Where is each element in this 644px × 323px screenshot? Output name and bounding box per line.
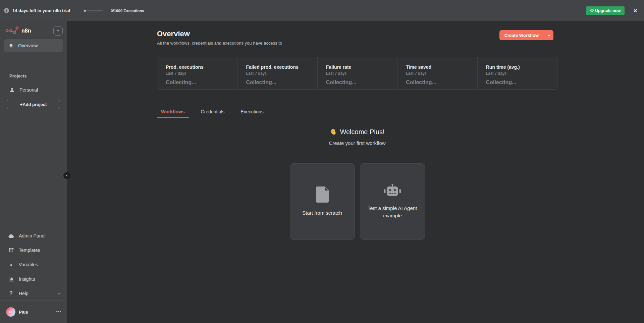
- start-from-scratch-card[interactable]: Start from scratch: [290, 163, 355, 240]
- sidebar-item-admin-panel[interactable]: Admin Panel: [0, 228, 67, 243]
- wave-emoji-icon: [330, 128, 337, 136]
- executions-progress-bar: [84, 10, 103, 12]
- logo-text: n8n: [21, 28, 31, 34]
- chevron-down-icon: [57, 291, 61, 295]
- stat-value: Collecting...: [166, 79, 237, 86]
- main-content: Overview All the workflows, credentials …: [67, 21, 644, 323]
- variable-x-icon: x: [8, 261, 14, 268]
- tab-workflows[interactable]: Workflows: [157, 109, 189, 118]
- person-icon: [9, 87, 15, 93]
- home-icon: [8, 43, 14, 48]
- ai-agent-example-card[interactable]: Test a simple AI Agent example: [360, 163, 425, 240]
- stat-prod-executions: Prod. executions Last 7 days Collecting.…: [157, 57, 237, 89]
- robot-icon: [384, 184, 401, 198]
- user-account-row[interactable]: PI Pius •••: [0, 301, 67, 323]
- bar-chart-icon: [8, 276, 14, 281]
- stat-value: Collecting...: [246, 79, 317, 86]
- info-icon: i: [4, 8, 9, 13]
- document-icon: [316, 186, 329, 203]
- stats-summary-bar: Prod. executions Last 7 days Collecting.…: [157, 57, 557, 90]
- avatar: PI: [6, 307, 15, 317]
- package-icon: [8, 248, 14, 253]
- sidebar-item-help[interactable]: ? Help: [0, 286, 67, 301]
- progress-dot: [84, 10, 86, 12]
- sidebar-item-templates[interactable]: Templates: [0, 243, 67, 257]
- stat-value: Collecting...: [326, 79, 397, 86]
- stat-failure-rate: Failure rate Last 7 days Collecting...: [317, 57, 397, 89]
- page-title: Overview: [157, 30, 282, 38]
- tab-executions[interactable]: Executions: [236, 109, 267, 118]
- tab-credentials[interactable]: Credentials: [197, 109, 229, 118]
- trial-text: 14 days left in your n8n trial: [12, 8, 70, 13]
- stat-run-time-avg: Run time (avg.) Last 7 days Collecting..…: [477, 57, 557, 89]
- sidebar-item-variables[interactable]: x Variables: [0, 257, 67, 272]
- create-workflow-button[interactable]: Create Workflow: [499, 30, 553, 40]
- sidebar-collapse-button[interactable]: [63, 172, 70, 179]
- stat-time-saved: Time saved Last 7 days Collecting...: [397, 57, 477, 89]
- user-menu-ellipsis-icon[interactable]: •••: [56, 310, 61, 314]
- sidebar-item-personal[interactable]: Personal: [9, 87, 67, 93]
- projects-section-label: Projects: [9, 73, 67, 78]
- add-project-button[interactable]: +Add project: [7, 100, 60, 109]
- sidebar-item-overview[interactable]: Overview: [4, 39, 63, 52]
- gem-icon: [590, 9, 594, 13]
- sidebar-item-insights[interactable]: Insights: [0, 272, 67, 286]
- n8n-logo-icon: [5, 26, 19, 36]
- executions-count: 0/1000 Executions: [111, 9, 144, 13]
- trial-banner: i 14 days left in your n8n trial 0/1000 …: [0, 0, 644, 21]
- new-workflow-plus-button[interactable]: +: [53, 26, 63, 36]
- upgrade-now-button[interactable]: Upgrade now: [586, 6, 625, 15]
- stat-failed-prod-executions: Failed prod. executions Last 7 days Coll…: [237, 57, 317, 89]
- sidebar: n8n + Overview Projects Personal +Add pr…: [0, 21, 67, 323]
- content-tabs: Workflows Credentials Executions: [157, 109, 557, 118]
- stat-value: Collecting...: [406, 79, 477, 86]
- user-name: Pius: [19, 310, 28, 315]
- stat-value: Collecting...: [486, 79, 557, 86]
- welcome-subtitle: Create your first workflow: [157, 140, 557, 146]
- progress-track: [87, 10, 103, 11]
- page-subtitle: All the workflows, credentials and execu…: [157, 41, 282, 46]
- create-workflow-dropdown-button[interactable]: [544, 30, 553, 40]
- banner-divider: [77, 7, 77, 14]
- question-icon: ?: [8, 290, 14, 297]
- close-icon[interactable]: ✕: [633, 8, 637, 13]
- welcome-title: Welcome Pius!: [157, 128, 557, 136]
- cloud-icon: [8, 233, 14, 238]
